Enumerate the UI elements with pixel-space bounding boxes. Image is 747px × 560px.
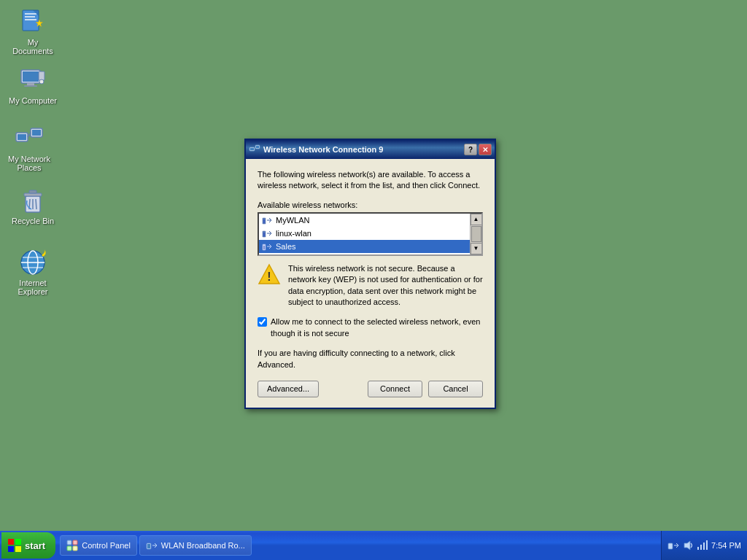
wlan-taskbar-icon [146, 540, 158, 551]
cancel-button[interactable]: Cancel [428, 381, 483, 397]
svg-rect-52 [15, 546, 21, 552]
networks-list-container: MyWLAN linux-wlan [258, 212, 483, 256]
taskbar-tray: Control Panel WLAN Broadband Ro... [55, 531, 256, 560]
networks-scrollbar[interactable]: ▲ ▼ [470, 214, 481, 254]
system-tray: 7:54 PM [661, 531, 747, 560]
dialog-buttons: Advanced... Connect Cancel [258, 381, 483, 397]
svg-rect-15 [32, 130, 41, 136]
connect-button[interactable]: Connect [368, 381, 422, 397]
my-computer-icon [18, 66, 47, 95]
network-signal-icon-1 [262, 215, 272, 225]
recycle-bin-label: Recycle Bin [12, 217, 54, 225]
dialog-title-text: Wireless Network Connection 9 [260, 145, 464, 154]
svg-rect-53 [67, 540, 71, 545]
taskbar-item-wlan[interactable]: WLAN Broadband Ro... [139, 535, 252, 556]
svg-rect-8 [27, 83, 34, 85]
svg-rect-68 [700, 545, 702, 550]
svg-rect-51 [8, 546, 14, 552]
allow-connect-checkbox[interactable] [258, 317, 267, 327]
svg-rect-62 [668, 543, 673, 549]
checkbox-row: Allow me to connect to the selected wire… [258, 316, 483, 339]
network-item-linux-wlan[interactable]: linux-wlan [259, 227, 470, 240]
svg-rect-2 [25, 16, 35, 18]
volume-tray-icon [682, 540, 694, 551]
svg-text:!: ! [267, 271, 271, 283]
scroll-thumb[interactable] [471, 226, 481, 242]
network-tray-icon [667, 540, 679, 551]
allow-connect-label: Allow me to connect to the selected wire… [271, 316, 483, 339]
svg-rect-38 [263, 233, 265, 236]
warning-box: ! This wireless network is not secure. B… [258, 263, 483, 308]
internet-explorer-icon [18, 248, 47, 277]
scroll-up-arrow[interactable]: ▲ [471, 214, 482, 225]
svg-rect-10 [39, 71, 44, 80]
advanced-button[interactable]: Advanced... [258, 381, 319, 397]
my-documents-label: My Documents [7, 38, 58, 55]
svg-rect-1 [25, 13, 36, 15]
desktop: My Documents My Computer My Network Plac… [0, 0, 747, 531]
svg-rect-9 [24, 85, 37, 87]
svg-rect-29 [250, 148, 254, 150]
control-panel-icon [66, 540, 78, 551]
dialog-title-icon [249, 144, 260, 155]
my-network-places-icon [15, 124, 44, 153]
desktop-icon-recycle-bin[interactable]: Recycle Bin [7, 186, 58, 225]
windows-logo-icon [7, 538, 22, 553]
network-signal-icon-3 [262, 241, 272, 252]
taskbar-control-panel-label: Control Panel [82, 541, 131, 550]
network-item-sales[interactable]: Sales [259, 240, 470, 253]
svg-rect-70 [706, 540, 708, 550]
scroll-down-arrow[interactable]: ▼ [471, 243, 482, 254]
wireless-network-dialog: Wireless Network Connection 9 ? ✕ The fo… [244, 139, 496, 409]
svg-point-11 [39, 79, 44, 84]
svg-rect-49 [8, 539, 14, 545]
svg-rect-56 [73, 546, 77, 551]
svg-rect-54 [73, 540, 77, 545]
dialog-body: The following wireless network(s) are av… [246, 159, 495, 408]
warning-text: This wireless network is not secure. Bec… [288, 263, 483, 308]
svg-rect-3 [25, 19, 36, 20]
svg-rect-19 [29, 190, 36, 193]
system-clock: 7:54 PM [711, 541, 741, 550]
taskbar: start Control Panel WLAN Broadband Ro... [0, 531, 747, 560]
svg-rect-50 [15, 539, 21, 545]
svg-rect-33 [263, 219, 265, 223]
dialog-titlebar-buttons: ? ✕ [464, 144, 492, 155]
my-documents-icon [18, 7, 47, 36]
desktop-icon-my-documents[interactable]: My Documents [7, 7, 58, 55]
recycle-bin-icon [18, 186, 47, 215]
svg-rect-55 [67, 546, 71, 551]
dialog-intro-text: The following wireless network(s) are av… [258, 169, 483, 192]
network-name-linux-wlan: linux-wlan [276, 229, 311, 238]
start-button[interactable]: start [1, 532, 55, 559]
networks-list: MyWLAN linux-wlan [259, 214, 470, 254]
desktop-icon-my-network-places[interactable]: My Network Places [4, 124, 55, 172]
network-signal-icon-2 [262, 228, 272, 238]
desktop-icon-internet-explorer[interactable]: Internet Explorer [7, 248, 58, 296]
advanced-hint-text: If you are having difficulty connecting … [258, 348, 483, 370]
right-buttons: Connect Cancel [368, 381, 483, 397]
network-name-mywlan: MyWLAN [276, 216, 309, 225]
taskbar-wlan-label: WLAN Broadband Ro... [161, 541, 245, 550]
svg-rect-13 [18, 134, 26, 140]
start-label: start [25, 540, 45, 551]
internet-explorer-label: Internet Explorer [7, 279, 58, 296]
warning-icon: ! [258, 263, 281, 287]
svg-rect-31 [256, 146, 259, 148]
svg-rect-18 [24, 193, 42, 196]
taskbar-item-control-panel[interactable]: Control Panel [60, 535, 137, 556]
my-computer-label: My Computer [9, 96, 57, 105]
network-item-mywlan[interactable]: MyWLAN [259, 214, 470, 227]
svg-rect-67 [697, 547, 699, 550]
network-name-sales: Sales [276, 242, 296, 251]
signal-tray-icon [697, 540, 708, 551]
svg-rect-7 [23, 71, 39, 82]
my-network-places-label: My Network Places [4, 155, 55, 172]
svg-marker-66 [684, 541, 690, 550]
svg-rect-69 [703, 542, 705, 550]
svg-rect-58 [147, 544, 150, 548]
desktop-icon-my-computer[interactable]: My Computer [7, 66, 58, 105]
dialog-close-button[interactable]: ✕ [479, 144, 492, 155]
dialog-help-button[interactable]: ? [464, 144, 477, 155]
svg-line-22 [36, 199, 36, 209]
